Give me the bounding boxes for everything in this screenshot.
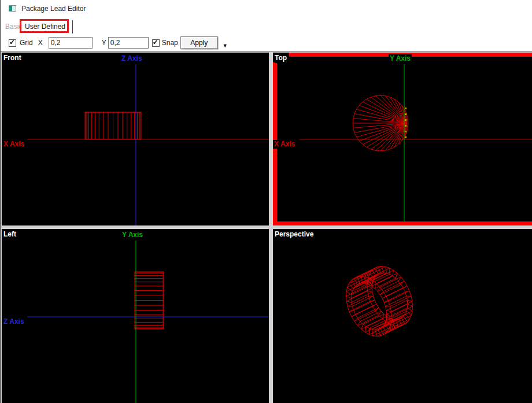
top-x-axis-label: X Axis	[273, 140, 296, 149]
window-title: Package Lead Editor	[21, 5, 86, 13]
viewport-left[interactable]: Left Y Axis Z Axis	[2, 229, 269, 403]
left-z-axis-label: Z Axis	[2, 317, 25, 326]
left-canvas	[2, 229, 269, 403]
viewport-top[interactable]: Top Y Axis X Axis	[273, 53, 532, 225]
tab-bar: Basic User Defined	[1, 19, 532, 35]
front-canvas	[2, 53, 269, 225]
title-bar: Package Lead Editor	[1, 0, 532, 19]
viewport-front[interactable]: Front Z Axis X Axis	[2, 53, 269, 225]
grid-label: Grid	[20, 39, 33, 47]
snap-checkbox[interactable]: ✓	[152, 39, 160, 47]
front-x-axis-label: X Axis	[2, 140, 25, 149]
front-z-axis-label: Z Axis	[120, 54, 143, 63]
grid-y-input[interactable]	[108, 37, 149, 49]
checkmark-icon: ✓	[9, 38, 15, 46]
app-icon	[9, 5, 16, 12]
dropdown-arrow-icon[interactable]: ▼	[223, 43, 228, 49]
active-border-bottom	[273, 221, 532, 225]
package-lead-editor-window: Package Lead Editor Basic User Defined ✓…	[0, 0, 532, 403]
perspective-canvas	[273, 229, 532, 403]
apply-button[interactable]: Apply	[180, 36, 218, 49]
viewport-perspective-title: Perspective	[275, 230, 316, 239]
checkmark-icon: ✓	[153, 38, 158, 46]
grid-x-input[interactable]	[49, 37, 93, 49]
viewport-perspective[interactable]: Perspective	[273, 229, 532, 403]
viewport-front-title: Front	[3, 54, 24, 63]
annotation-highlight-rect	[20, 19, 69, 33]
left-y-axis-label: Y Axis	[121, 231, 144, 239]
toolbar: ✓ Grid X Y ✓ Snap Apply ▼	[1, 35, 532, 51]
viewport-left-title: Left	[3, 230, 19, 239]
snap-label: Snap	[162, 39, 178, 47]
tab-separator	[72, 20, 73, 34]
x-label: X	[38, 39, 43, 47]
viewport-top-title: Top	[275, 54, 289, 63]
viewport-grid: Front Z Axis X Axis Top Y Axis X Axis Le…	[1, 51, 532, 403]
y-label: Y	[102, 39, 106, 47]
grid-checkbox[interactable]: ✓	[9, 39, 16, 47]
top-y-axis-label: Y Axis	[389, 54, 412, 63]
top-canvas	[273, 53, 532, 225]
